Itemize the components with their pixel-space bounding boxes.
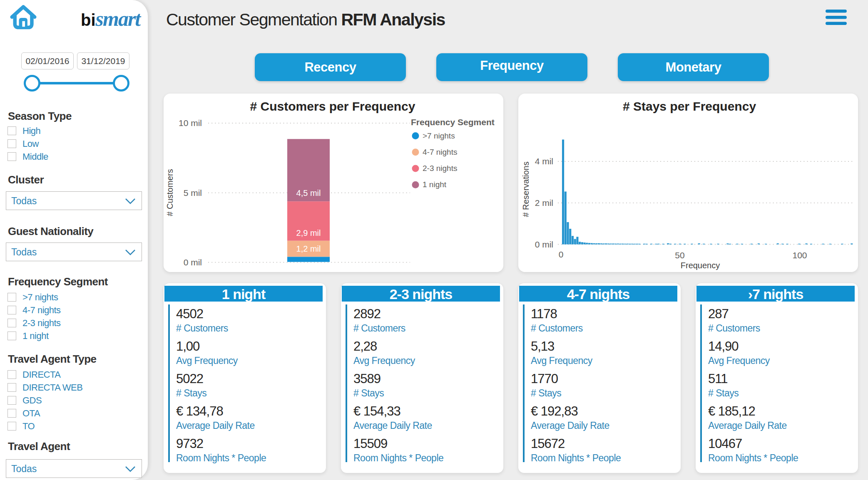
svg-text:10 mil: 10 mil [179,118,202,128]
svg-text:2 mil: 2 mil [535,198,553,208]
svg-text:100: 100 [792,250,807,260]
svg-text:2-3 nights: 2-3 nights [423,164,457,173]
svg-text:# Stays per Frequency: # Stays per Frequency [623,99,756,113]
svg-text:4,5 mil: 4,5 mil [296,188,321,198]
svg-text:2,9 mil: 2,9 mil [296,228,321,238]
svg-text:0 mil: 0 mil [535,240,553,249]
svg-text:50: 50 [675,250,684,260]
svg-text:# Customers: # Customers [165,169,174,216]
svg-text:4 mil: 4 mil [535,156,553,166]
svg-text:>7 nights: >7 nights [423,131,455,140]
svg-text:0: 0 [559,250,564,259]
svg-text:0 mil: 0 mil [184,257,202,267]
svg-text:# Reservations: # Reservations [521,161,530,217]
svg-text:4-7 nights: 4-7 nights [423,148,457,156]
svg-text:Frequency Segment: Frequency Segment [411,117,495,127]
svg-text:1,2 mil: 1,2 mil [296,244,321,253]
svg-text:5 mil: 5 mil [184,188,202,198]
svg-text:Frequency: Frequency [681,261,720,270]
svg-text:1 night: 1 night [423,180,447,189]
svg-text:# Customers per Frequency: # Customers per Frequency [250,99,415,113]
